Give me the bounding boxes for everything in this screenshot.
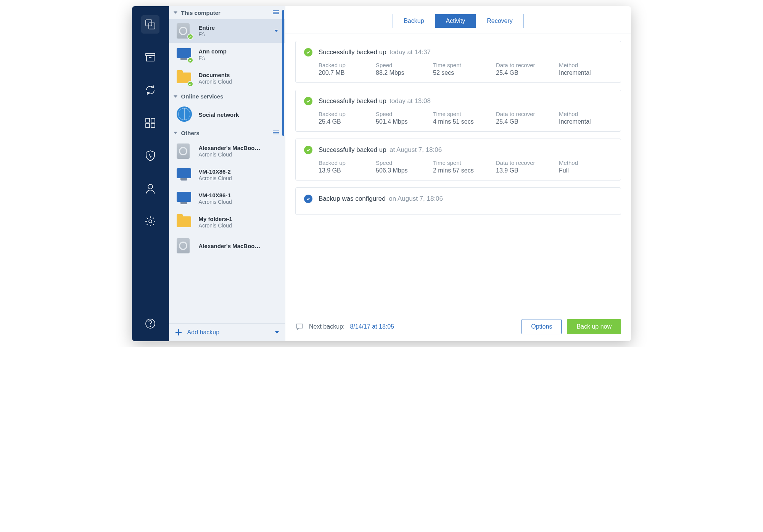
backup-now-button[interactable]: Back up now bbox=[567, 319, 621, 334]
backup-item[interactable]: My folders-1Acronis Cloud bbox=[169, 210, 285, 234]
folder-icon bbox=[177, 214, 193, 230]
main-panel: Backup Activity Recovery Successfully ba… bbox=[285, 6, 631, 341]
comment-icon bbox=[295, 322, 304, 331]
metric: Time spent2 mins 57 secs bbox=[433, 160, 492, 174]
nav-backups-icon[interactable] bbox=[141, 15, 159, 34]
metric-value: 88.2 Mbps bbox=[376, 69, 429, 76]
nav-dashboard-icon[interactable] bbox=[141, 114, 159, 132]
backup-item[interactable]: Alexander's MacBoo… bbox=[169, 234, 285, 258]
nav-account-icon[interactable] bbox=[141, 179, 159, 198]
backup-item-target: Acronis Cloud bbox=[199, 199, 232, 205]
section-title: Online services bbox=[181, 93, 224, 100]
backup-item-name: My folders-1 bbox=[199, 216, 232, 222]
metric-value: 25.4 GB bbox=[319, 118, 372, 125]
activity-timestamp: at August 7, 18:06 bbox=[390, 146, 442, 153]
tab-activity[interactable]: Activity bbox=[435, 14, 476, 28]
section-header[interactable]: This computer bbox=[169, 6, 285, 19]
metric: MethodIncremental bbox=[559, 111, 612, 125]
metric: MethodIncremental bbox=[559, 62, 612, 76]
tab-backup[interactable]: Backup bbox=[393, 14, 435, 28]
activity-timestamp: today at 13:08 bbox=[390, 97, 431, 105]
metric-label: Data to recover bbox=[496, 111, 555, 117]
backup-item-name: Documents bbox=[199, 72, 232, 78]
monitor-icon bbox=[177, 190, 193, 206]
backup-item[interactable]: EntireF:\ bbox=[169, 19, 285, 43]
status-ok-icon bbox=[187, 81, 193, 87]
backup-item[interactable]: Alexander's MacBoo…Acronis Cloud bbox=[169, 139, 285, 163]
metric-label: Data to recover bbox=[496, 160, 555, 166]
section-menu-icon[interactable] bbox=[273, 129, 279, 136]
metric-label: Time spent bbox=[433, 62, 492, 68]
metric-label: Speed bbox=[376, 160, 429, 166]
backup-item[interactable]: VM-10X86-2Acronis Cloud bbox=[169, 163, 285, 187]
metric: Speed506.3 Mbps bbox=[376, 160, 429, 174]
svg-rect-7 bbox=[146, 124, 150, 127]
activity-card[interactable]: Successfully backed up today at 13:08Bac… bbox=[295, 90, 621, 132]
svg-point-9 bbox=[148, 184, 153, 189]
metric: Data to recover25.4 GB bbox=[496, 111, 555, 125]
backup-item-target: Acronis Cloud bbox=[199, 79, 232, 85]
metric-label: Backed up bbox=[319, 160, 372, 166]
metric: Backed up13.9 GB bbox=[319, 160, 372, 174]
backup-item-name: Ann comp bbox=[199, 48, 227, 55]
drive-icon bbox=[177, 23, 193, 39]
backup-item[interactable]: VM-10X86-1Acronis Cloud bbox=[169, 187, 285, 210]
footer-bar: Next backup: 8/14/17 at 18:05 Options Ba… bbox=[285, 312, 631, 341]
section-header[interactable]: Online services bbox=[169, 90, 285, 103]
section-header[interactable]: Others bbox=[169, 126, 285, 139]
activity-card[interactable]: Successfully backed up today at 14:37Bac… bbox=[295, 41, 621, 83]
metric-label: Backed up bbox=[319, 111, 372, 117]
monitor-icon bbox=[177, 47, 193, 63]
backup-item-name: VM-10X86-1 bbox=[199, 192, 232, 198]
nav-archive-icon[interactable] bbox=[141, 48, 159, 66]
metric-label: Speed bbox=[376, 111, 429, 117]
activity-card[interactable]: Successfully backed up at August 7, 18:0… bbox=[295, 139, 621, 181]
activity-title: Successfully backed up bbox=[319, 97, 386, 105]
status-success-icon bbox=[304, 97, 312, 105]
metric-label: Backed up bbox=[319, 62, 372, 68]
nav-settings-icon[interactable] bbox=[141, 212, 159, 231]
app-window: This computerEntireF:\Ann compF:\Documen… bbox=[132, 6, 631, 341]
status-success-icon bbox=[304, 146, 312, 154]
backup-item-name: VM-10X86-2 bbox=[199, 168, 232, 175]
section-title: Others bbox=[181, 130, 200, 136]
add-backup-button[interactable]: Add backup bbox=[169, 323, 285, 341]
backup-item[interactable]: Ann compF:\ bbox=[169, 43, 285, 66]
metric-label: Speed bbox=[376, 62, 429, 68]
backup-item[interactable]: DocumentsAcronis Cloud bbox=[169, 66, 285, 90]
backup-item[interactable]: Social network bbox=[169, 103, 285, 126]
metric-label: Method bbox=[559, 111, 612, 117]
metric-value: 200.7 MB bbox=[319, 69, 372, 76]
options-button[interactable]: Options bbox=[522, 319, 562, 334]
metric-label: Method bbox=[559, 160, 612, 166]
backup-item-name: Entire bbox=[199, 24, 215, 31]
chevron-down-icon bbox=[174, 11, 177, 14]
nav-protection-icon[interactable] bbox=[141, 147, 159, 165]
metric-label: Data to recover bbox=[496, 62, 555, 68]
section-menu-icon[interactable] bbox=[273, 9, 279, 16]
metric-value: Incremental bbox=[559, 118, 612, 125]
backup-item-name: Alexander's MacBoo… bbox=[199, 243, 261, 249]
metric: Time spent52 secs bbox=[433, 62, 492, 76]
metric: Speed501.4 Mbps bbox=[376, 111, 429, 125]
activity-metrics: Backed up25.4 GBSpeed501.4 MbpsTime spen… bbox=[304, 111, 612, 125]
activity-title: Backup was configured bbox=[319, 195, 386, 202]
nav-help-icon[interactable] bbox=[141, 314, 159, 333]
scrollbar-thumb[interactable] bbox=[282, 10, 284, 136]
chevron-down-icon[interactable] bbox=[274, 30, 278, 32]
backup-item-target: Acronis Cloud bbox=[199, 222, 232, 229]
chevron-down-icon bbox=[275, 331, 279, 334]
folder-icon bbox=[177, 70, 193, 86]
svg-point-10 bbox=[149, 220, 152, 223]
activity-metrics: Backed up13.9 GBSpeed506.3 MbpsTime spen… bbox=[304, 160, 612, 174]
activity-list: Successfully backed up today at 14:37Bac… bbox=[285, 34, 631, 312]
metric-label: Method bbox=[559, 62, 612, 68]
metric-value: Full bbox=[559, 167, 612, 174]
metric-value: 13.9 GB bbox=[319, 167, 372, 174]
activity-timestamp: today at 14:37 bbox=[390, 48, 431, 56]
activity-metrics: Backed up200.7 MBSpeed88.2 MbpsTime spen… bbox=[304, 62, 612, 76]
tab-recovery[interactable]: Recovery bbox=[476, 14, 523, 28]
nav-sync-icon[interactable] bbox=[141, 81, 159, 99]
metric: Data to recover25.4 GB bbox=[496, 62, 555, 76]
activity-card[interactable]: Backup was configured on August 7, 18:06 bbox=[295, 187, 621, 215]
